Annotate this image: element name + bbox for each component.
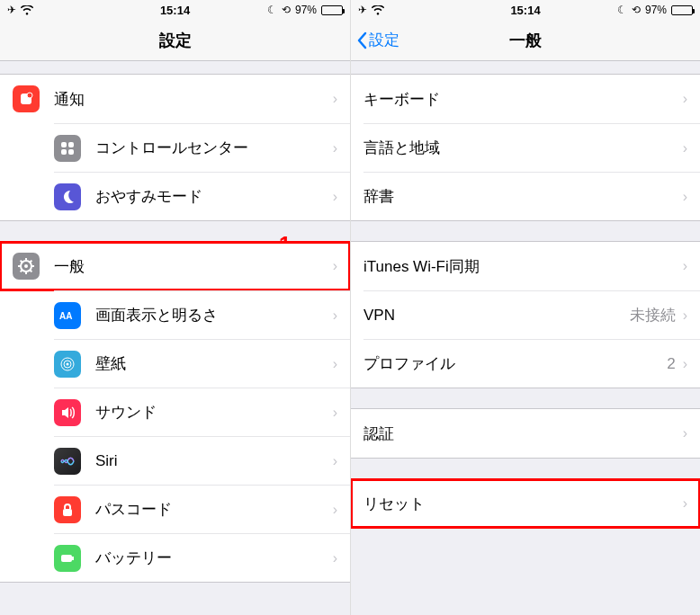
row-auth[interactable]: 認証 ›	[351, 409, 700, 458]
row-notifications[interactable]: 通知 ›	[0, 75, 350, 123]
row-label: Siri	[95, 452, 333, 470]
row-label: 認証	[363, 423, 683, 444]
svg-line-12	[21, 261, 22, 263]
row-siri[interactable]: Siri ›	[54, 436, 350, 485]
row-label: 画面表示と明るさ	[95, 305, 333, 325]
chevron-right-icon: ›	[683, 495, 687, 512]
row-label: 一般	[54, 256, 333, 277]
row-label: バッテリー	[95, 548, 333, 568]
row-vpn[interactable]: VPN 未接続 ›	[363, 290, 700, 339]
chevron-right-icon: ›	[683, 91, 687, 107]
svg-rect-4	[61, 149, 67, 155]
chevron-right-icon: ›	[333, 502, 337, 518]
row-label: サウンド	[95, 402, 333, 423]
row-profile[interactable]: プロファイル 2 ›	[363, 339, 700, 388]
row-label: おやすみモード	[95, 186, 333, 207]
chevron-right-icon: ›	[333, 91, 337, 107]
chevron-right-icon: ›	[683, 258, 687, 274]
back-button[interactable]: 設定	[356, 30, 399, 50]
row-keyboard[interactable]: キーボード ›	[351, 75, 700, 123]
row-value: 2	[667, 355, 675, 373]
nav-bar: 設定 一般	[351, 20, 700, 61]
svg-rect-5	[68, 149, 74, 155]
row-dictionary[interactable]: 辞書 ›	[363, 172, 700, 220]
row-itunes-wifi-sync[interactable]: iTunes Wi-Fi同期 ›	[351, 242, 700, 290]
row-general[interactable]: 一般 ›	[0, 242, 350, 290]
svg-point-19	[67, 362, 69, 365]
sound-icon	[54, 399, 81, 426]
chevron-right-icon: ›	[333, 140, 337, 156]
chevron-right-icon: ›	[683, 189, 687, 205]
row-battery[interactable]: バッテリー ›	[54, 533, 350, 582]
row-value: 未接続	[630, 305, 676, 325]
row-sound[interactable]: サウンド ›	[54, 388, 350, 436]
lock-icon	[54, 496, 81, 523]
general-screen: ✈ 15:14 ☾ ⟲ 97% 設定 一般 キーボード › 言語と地域 › 辞書…	[350, 0, 700, 615]
row-label: パスコード	[95, 499, 333, 520]
chevron-right-icon: ›	[333, 453, 337, 469]
svg-point-7	[24, 264, 28, 268]
battery-icon	[671, 5, 693, 15]
battery-icon	[321, 5, 343, 15]
chevron-right-icon: ›	[683, 425, 687, 441]
nav-title: 設定	[159, 30, 192, 51]
notifications-icon	[13, 85, 40, 112]
svg-line-15	[30, 261, 31, 263]
nav-title: 一般	[509, 30, 542, 51]
svg-line-13	[30, 270, 31, 272]
battery-settings-icon	[54, 545, 81, 572]
status-bar: ✈ 15:14 ☾ ⟲ 97%	[351, 0, 700, 20]
row-label: リセット	[363, 494, 683, 514]
row-label: iTunes Wi-Fi同期	[363, 256, 683, 277]
svg-line-14	[21, 270, 22, 272]
chevron-right-icon: ›	[683, 308, 687, 324]
row-label: 壁紙	[95, 353, 333, 374]
svg-rect-21	[61, 555, 72, 562]
nav-bar: 設定	[0, 20, 350, 61]
status-time: 15:14	[351, 4, 700, 17]
chevron-left-icon	[356, 31, 367, 49]
row-label: 通知	[54, 89, 333, 110]
chevron-right-icon: ›	[333, 308, 337, 324]
settings-root-screen: ✈ 15:14 ☾ ⟲ 97% 設定 通知 › コントロールセンター › おやす…	[0, 0, 350, 615]
row-wallpaper[interactable]: 壁紙 ›	[54, 339, 350, 388]
row-display-brightness[interactable]: AA 画面表示と明るさ ›	[54, 290, 350, 339]
row-label: 言語と地域	[363, 138, 683, 158]
display-icon: AA	[54, 302, 81, 329]
svg-rect-3	[68, 142, 74, 147]
back-label: 設定	[369, 30, 399, 50]
status-bar: ✈ 15:14 ☾ ⟲ 97%	[0, 0, 350, 20]
row-language-region[interactable]: 言語と地域 ›	[363, 123, 700, 172]
row-label: キーボード	[363, 89, 683, 110]
gear-icon	[13, 253, 40, 280]
moon-dnd-icon	[54, 183, 81, 210]
svg-rect-20	[63, 509, 72, 516]
chevron-right-icon: ›	[333, 189, 337, 205]
row-dnd[interactable]: おやすみモード ›	[54, 172, 350, 220]
wallpaper-icon	[54, 351, 81, 378]
chevron-right-icon: ›	[683, 356, 687, 372]
row-label: 辞書	[363, 186, 683, 207]
chevron-right-icon: ›	[333, 356, 337, 372]
chevron-right-icon: ›	[333, 405, 337, 421]
svg-rect-22	[72, 557, 74, 560]
row-reset[interactable]: リセット ›	[351, 479, 700, 528]
row-label: コントロールセンター	[95, 138, 333, 158]
siri-icon	[54, 448, 81, 475]
chevron-right-icon: ›	[333, 550, 337, 566]
svg-point-1	[27, 93, 32, 98]
chevron-right-icon: ›	[333, 258, 337, 274]
row-passcode[interactable]: パスコード ›	[54, 485, 350, 533]
chevron-right-icon: ›	[683, 140, 687, 156]
svg-rect-2	[61, 142, 67, 147]
row-label: プロファイル	[363, 353, 667, 374]
control-center-icon	[54, 135, 81, 162]
svg-text:AA: AA	[59, 311, 72, 321]
status-time: 15:14	[0, 4, 350, 17]
row-label: VPN	[363, 307, 630, 325]
row-control-center[interactable]: コントロールセンター ›	[54, 123, 350, 172]
